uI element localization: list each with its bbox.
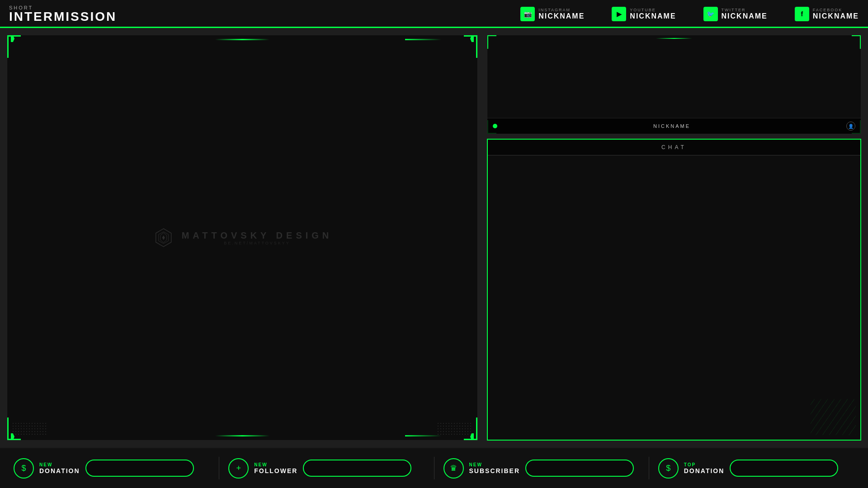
alert-icon-top-donation: $	[666, 464, 670, 473]
webcam-status-dot	[493, 124, 497, 128]
chat-diagonal-decoration	[811, 399, 856, 435]
bar-sep-3	[649, 457, 649, 479]
alert-type-label-subscriber: SUBSCRIBER	[469, 467, 520, 474]
alert-icon-wrap-follower: +	[228, 458, 249, 479]
right-panels: NICKNAME 👤 CHAT	[485, 28, 868, 447]
social-links: 📷 INSTAGRAM NICKNAME ▶ YOUTUBE NICKNAME …	[520, 7, 859, 21]
brand: SHORT INTERMISSION	[9, 5, 117, 23]
instagram-text: INSTAGRAM NICKNAME	[538, 8, 585, 20]
chat-title: CHAT	[661, 144, 687, 150]
webcam-avatar-icon: 👤	[846, 122, 855, 131]
alert-value-bar-subscriber	[525, 460, 634, 477]
alert-new-label-subscriber: NEW	[469, 462, 520, 467]
wc-accent-top	[656, 38, 692, 39]
accent-line-top-right	[405, 39, 441, 40]
youtube-text: YOUTUBE NICKNAME	[630, 8, 676, 20]
social-item-youtube: ▶ YOUTUBE NICKNAME	[612, 7, 676, 21]
alert-new-label-follower: NEW	[254, 462, 297, 467]
alert-text-top-donation: TOP DONATION	[684, 462, 725, 474]
alert-value-bar-follower	[303, 460, 411, 477]
chat-body	[488, 155, 860, 440]
dot-pattern-br	[437, 422, 473, 436]
instagram-label: INSTAGRAM	[538, 8, 585, 12]
video-panel: MATTOVSKY DESIGN BE.NET/MATTOVSKYY	[0, 28, 485, 447]
youtube-label: YOUTUBE	[630, 8, 676, 12]
alert-icon-follower: +	[236, 464, 241, 473]
alert-type-label-follower: FOLLOWER	[254, 467, 297, 474]
accent-line-bottom-right	[405, 435, 441, 436]
brand-name: INTERMISSION	[9, 10, 117, 23]
chat-panel: CHAT	[487, 139, 861, 441]
webcam-panel: NICKNAME 👤	[487, 35, 861, 134]
facebook-text: FACEBOOK NICKNAME	[813, 8, 859, 20]
alert-item-subscriber: ♛ NEW SUBSCRIBER	[443, 458, 640, 479]
main-content: MATTOVSKY DESIGN BE.NET/MATTOVSKYY NICKN…	[0, 28, 868, 447]
corner-tr	[464, 35, 477, 58]
accent-line-top	[215, 39, 269, 40]
alert-item-top-donation: $ TOP DONATION	[658, 458, 854, 479]
watermark-text: MATTOVSKY DESIGN BE.NET/MATTOVSKYY	[182, 230, 333, 245]
twitter-label: TWITTER	[722, 8, 768, 12]
twitter-icon: 🐦	[703, 7, 718, 21]
alert-icon-wrap-subscriber: ♛	[443, 458, 464, 479]
instagram-name: NICKNAME	[538, 12, 585, 20]
alert-icon-subscriber: ♛	[450, 463, 457, 473]
alert-item-follower: + NEW FOLLOWER	[228, 458, 425, 479]
bar-sep-1	[219, 457, 219, 479]
dot-pattern-bl	[12, 422, 48, 436]
twitter-name: NICKNAME	[722, 12, 768, 20]
webcam-bottom-bar: NICKNAME 👤	[487, 118, 861, 134]
bar-sep-2	[434, 457, 434, 479]
webcam-nickname: NICKNAME	[653, 123, 690, 129]
alert-new-label-donation: NEW	[39, 462, 80, 467]
alert-icon-wrap-donation: $	[14, 458, 34, 479]
wc-corner-tr	[852, 35, 861, 49]
accent-line-bottom	[215, 435, 269, 436]
alert-text-follower: NEW FOLLOWER	[254, 462, 297, 474]
alert-value-bar-donation	[85, 460, 194, 477]
twitter-text: TWITTER NICKNAME	[722, 8, 768, 20]
header-bar: SHORT INTERMISSION 📷 INSTAGRAM NICKNAME …	[0, 0, 868, 28]
social-item-facebook: f FACEBOOK NICKNAME	[795, 7, 859, 21]
alert-type-label-donation: DONATION	[39, 467, 80, 474]
watermark: MATTOVSKY DESIGN BE.NET/MATTOVSKYY	[152, 226, 333, 249]
social-item-twitter: 🐦 TWITTER NICKNAME	[703, 7, 768, 21]
alert-value-bar-top-donation	[730, 460, 838, 477]
instagram-icon: 📷	[520, 7, 535, 21]
alert-new-label-top-donation: TOP	[684, 462, 725, 467]
watermark-main-text: MATTOVSKY DESIGN	[182, 230, 333, 241]
watermark-logo-icon	[152, 226, 175, 249]
social-item-instagram: 📷 INSTAGRAM NICKNAME	[520, 7, 585, 21]
youtube-name: NICKNAME	[630, 12, 676, 20]
video-container: MATTOVSKY DESIGN BE.NET/MATTOVSKYY	[7, 35, 478, 441]
facebook-icon: f	[795, 7, 809, 21]
youtube-icon: ▶	[612, 7, 626, 21]
chat-header: CHAT	[488, 140, 860, 155]
corner-tl	[7, 35, 21, 58]
alert-text-donation: NEW DONATION	[39, 462, 80, 474]
alert-type-label-top-donation: DONATION	[684, 467, 725, 474]
alert-text-subscriber: NEW SUBSCRIBER	[469, 462, 520, 474]
alert-item-donation: $ NEW DONATION	[14, 458, 210, 479]
watermark-sub-text: BE.NET/MATTOVSKYY	[182, 241, 333, 245]
facebook-name: NICKNAME	[813, 12, 859, 20]
facebook-label: FACEBOOK	[813, 8, 859, 12]
bottom-bar: $ NEW DONATION + NEW FOLLOWER ♛ NEW SUBS…	[0, 447, 868, 488]
wc-corner-tl	[487, 35, 496, 49]
alert-icon-wrap-top-donation: $	[658, 458, 679, 479]
avatar-person-icon: 👤	[848, 124, 854, 129]
alert-icon-donation: $	[21, 464, 26, 473]
